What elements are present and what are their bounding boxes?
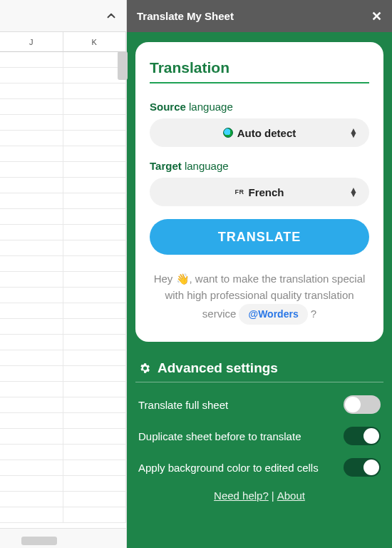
scrollbar-horizontal[interactable]	[21, 537, 57, 545]
spreadsheet-area: J K	[0, 0, 127, 548]
wave-icon: 👋	[176, 270, 190, 287]
setting-label: Translate full sheet	[138, 399, 344, 411]
cells-grid[interactable]	[0, 52, 126, 523]
target-language-select[interactable]: FR French ▲▼	[150, 178, 369, 206]
translation-card: Translation Source language Auto detect …	[135, 42, 383, 342]
column-header[interactable]: J	[0, 32, 63, 52]
close-icon[interactable]: ✕	[371, 10, 382, 23]
flag-badge: FR	[234, 188, 244, 196]
chevron-updown-icon: ▲▼	[349, 188, 358, 196]
advanced-divider	[135, 382, 383, 382]
advanced-title: Advanced settings	[158, 360, 278, 376]
chevron-updown-icon: ▲▼	[349, 128, 358, 137]
source-value: Auto detect	[237, 127, 296, 139]
card-divider	[150, 82, 369, 83]
setting-translate-full-sheet: Translate full sheet	[135, 395, 383, 414]
addon-panel: Translate My Sheet ✕ Translation Source …	[127, 0, 392, 548]
help-link[interactable]: Need help?	[214, 489, 269, 502]
setting-duplicate-sheet: Duplicate sheet before to translate	[135, 427, 383, 445]
about-link[interactable]: About	[277, 489, 305, 502]
translate-button[interactable]: TRANSLATE	[150, 219, 369, 255]
panel-footer: Need help?|About	[135, 489, 383, 502]
gear-icon	[138, 362, 151, 375]
panel-title: Translate My Sheet	[137, 10, 234, 22]
scrollbar-vertical[interactable]	[118, 51, 128, 80]
panel-body: Translation Source language Auto detect …	[127, 32, 392, 548]
worders-chip[interactable]: @Worders	[239, 304, 307, 325]
sheet-toolbar	[0, 0, 126, 32]
setting-bgcolor: Apply background color to edited cells	[135, 458, 383, 477]
toggle-translate-full-sheet[interactable]	[344, 395, 381, 414]
source-language-select[interactable]: Auto detect ▲▼	[150, 118, 369, 147]
advanced-header: Advanced settings	[138, 360, 383, 376]
card-title: Translation	[150, 59, 369, 76]
promo-text: Hey 👋, want to make the translation spec…	[150, 270, 369, 325]
sheet-footer	[0, 528, 126, 548]
column-header[interactable]: K	[63, 32, 127, 52]
source-label: Source language	[150, 101, 369, 113]
panel-titlebar: Translate My Sheet ✕	[127, 0, 392, 32]
setting-label: Apply background color to edited cells	[138, 462, 344, 474]
column-headers: J K	[0, 32, 126, 52]
chevron-up-icon[interactable]	[105, 9, 118, 22]
target-value: French	[248, 186, 284, 198]
globe-icon	[223, 128, 233, 138]
toggle-duplicate-sheet[interactable]	[344, 427, 381, 445]
toggle-bgcolor[interactable]	[344, 458, 381, 477]
target-label: Target language	[150, 160, 369, 172]
setting-label: Duplicate sheet before to translate	[138, 430, 344, 442]
